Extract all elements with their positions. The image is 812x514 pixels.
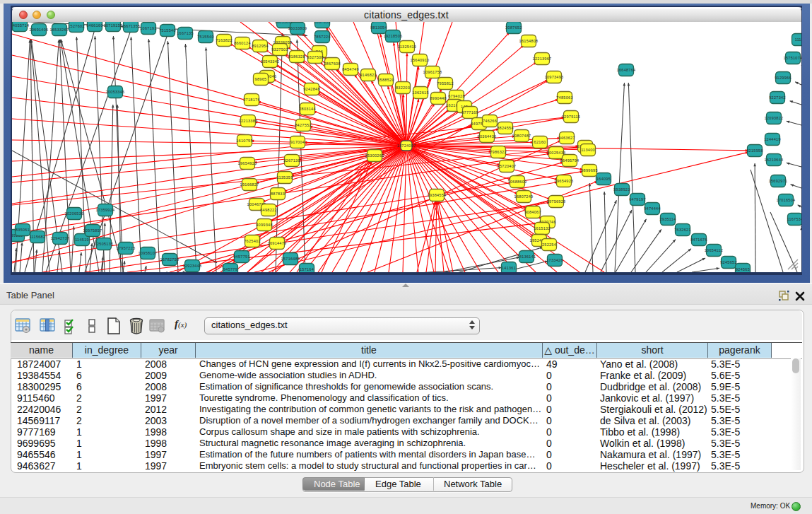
- svg-text:10973493: 10973493: [545, 75, 564, 79]
- svg-text:835061: 835061: [16, 228, 30, 232]
- svg-text:1588520: 1588520: [377, 78, 394, 82]
- svg-text:7515540: 7515540: [197, 35, 214, 39]
- svg-text:945779: 945779: [223, 267, 237, 271]
- svg-text:1733426: 1733426: [546, 258, 563, 262]
- svg-text:17016504: 17016504: [777, 198, 796, 202]
- svg-text:10688609: 10688609: [508, 180, 527, 184]
- svg-text:1362615: 1362615: [412, 90, 429, 95]
- svg-text:6479197: 6479197: [629, 197, 646, 201]
- svg-text:113400: 113400: [581, 148, 595, 152]
- svg-text:2867608: 2867608: [324, 62, 341, 66]
- svg-text:19654923: 19654923: [555, 179, 574, 183]
- svg-text:12975115: 12975115: [562, 115, 580, 119]
- svg-text:9777169: 9777169: [461, 110, 478, 115]
- svg-text:11325419: 11325419: [398, 45, 416, 49]
- svg-text:1610755: 1610755: [236, 139, 253, 143]
- svg-text:1667135: 1667135: [177, 31, 194, 35]
- svg-text:98965: 98965: [255, 77, 267, 81]
- svg-text:3824554: 3824554: [497, 126, 514, 130]
- svg-text:9245652: 9245652: [720, 260, 737, 264]
- svg-text:10719155: 10719155: [104, 23, 123, 28]
- svg-text:15692971: 15692971: [769, 179, 788, 183]
- svg-text:1135359: 1135359: [276, 175, 293, 180]
- svg-text:157164: 157164: [300, 267, 314, 271]
- svg-text:25300265: 25300265: [365, 153, 384, 158]
- svg-text:7515540: 7515540: [159, 28, 176, 33]
- svg-text:14136141: 14136141: [517, 255, 536, 259]
- svg-text:4099348: 4099348: [256, 223, 273, 227]
- svg-text:9242848: 9242848: [303, 87, 320, 91]
- svg-text:14055714: 14055714: [12, 23, 29, 28]
- svg-text:6794028: 6794028: [448, 94, 465, 98]
- svg-text:20364436: 20364436: [478, 134, 497, 139]
- svg-text:832203: 832203: [396, 86, 410, 90]
- svg-text:9463627: 9463627: [558, 136, 575, 140]
- svg-text:16914479: 16914479: [268, 241, 287, 245]
- svg-text:8813054: 8813054: [370, 25, 387, 30]
- svg-text:1167534: 1167534: [787, 217, 801, 221]
- svg-text:2087652: 2087652: [505, 25, 522, 30]
- svg-text:2935114: 2935114: [659, 217, 676, 221]
- svg-text:12942737: 12942737: [51, 236, 70, 240]
- svg-text:20691406: 20691406: [30, 28, 49, 32]
- svg-text:10543342: 10543342: [261, 59, 280, 64]
- svg-text:16533267: 16533267: [50, 28, 69, 32]
- svg-text:7632621: 7632621: [674, 228, 691, 232]
- svg-text:17957223: 17957223: [117, 246, 136, 250]
- svg-text:16495794: 16495794: [560, 158, 579, 163]
- svg-text:9327508: 9327508: [307, 55, 324, 59]
- svg-text:9457791: 9457791: [233, 255, 250, 259]
- svg-text:19218506: 19218506: [384, 34, 403, 38]
- svg-text:16033809: 16033809: [288, 26, 307, 30]
- svg-text:19166827: 19166827: [240, 182, 259, 187]
- svg-text:12923448: 12923448: [183, 264, 202, 268]
- svg-text:12213967: 12213967: [533, 57, 552, 61]
- svg-text:7625402: 7625402: [244, 239, 261, 243]
- svg-text:8186328: 8186328: [288, 54, 305, 59]
- svg-text:15720407: 15720407: [498, 164, 517, 168]
- svg-text:19756928: 19756928: [547, 199, 566, 204]
- svg-text:252254: 252254: [542, 243, 556, 247]
- svg-text:917004: 917004: [290, 140, 305, 144]
- svg-text:19654923: 19654923: [238, 161, 257, 165]
- svg-text:8660124: 8660124: [234, 41, 251, 45]
- svg-text:9227342: 9227342: [769, 95, 786, 100]
- svg-text:7986322: 7986322: [490, 150, 507, 154]
- svg-text:8912954: 8912954: [252, 44, 269, 48]
- svg-text:887833: 887833: [271, 192, 285, 196]
- svg-text:1115682: 1115682: [30, 235, 46, 239]
- svg-text:12093822: 12093822: [765, 116, 784, 120]
- svg-text:7857224: 7857224: [314, 35, 331, 39]
- svg-text:15716485: 15716485: [281, 257, 300, 261]
- svg-text:16154808: 16154808: [519, 39, 539, 43]
- svg-text:2718176: 2718176: [243, 98, 260, 102]
- svg-text:3267130: 3267130: [283, 158, 300, 163]
- svg-text:1244419: 1244419: [764, 137, 781, 141]
- svg-text:7955812: 7955812: [437, 81, 454, 86]
- svg-text:16648764: 16648764: [617, 68, 636, 72]
- svg-text:62160: 62160: [534, 140, 546, 144]
- svg-text:2087652: 2087652: [314, 22, 331, 24]
- svg-text:16210643: 16210643: [765, 158, 784, 162]
- svg-text:746266: 746266: [483, 119, 497, 123]
- svg-text:8454749: 8454749: [342, 67, 359, 71]
- svg-text:16782759: 16782759: [160, 257, 180, 262]
- svg-text:19384554: 19384554: [428, 193, 447, 197]
- svg-text:16807249: 16807249: [514, 194, 534, 199]
- svg-text:10654112: 10654112: [705, 248, 723, 252]
- svg-text:6466160: 6466160: [86, 23, 103, 28]
- svg-text:6498222: 6498222: [260, 208, 277, 212]
- svg-text:924565: 924565: [736, 267, 750, 271]
- svg-text:10807487: 10807487: [512, 134, 531, 138]
- svg-text:10958107: 10958107: [139, 251, 158, 255]
- svg-text:18724007: 18724007: [397, 144, 416, 148]
- svg-text:7485063: 7485063: [556, 95, 573, 100]
- svg-text:10975857: 10975857: [83, 228, 102, 233]
- svg-text:1615132: 1615132: [534, 226, 551, 230]
- svg-text:5938923: 5938923: [613, 187, 630, 192]
- svg-text:9129966: 9129966: [775, 76, 792, 80]
- svg-text:20206536: 20206536: [65, 211, 84, 216]
- svg-text:9146821: 9146821: [360, 73, 377, 77]
- svg-text:9899695: 9899695: [581, 168, 598, 173]
- svg-text:12505135: 12505135: [95, 242, 114, 246]
